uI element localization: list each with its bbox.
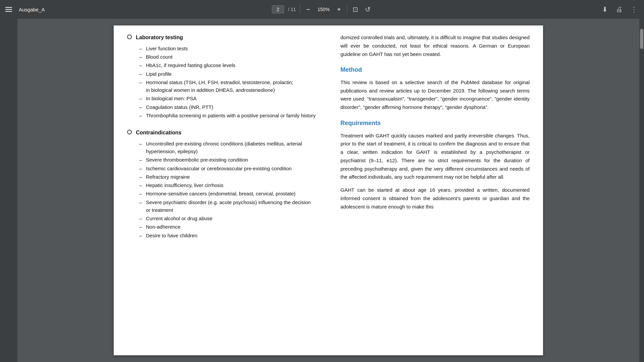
zoom-level: 150% <box>316 7 331 12</box>
lab-testing-title: Laboratory testing <box>136 34 183 42</box>
divider <box>300 5 300 14</box>
list-item: HbA1c, if required fasting glucose level… <box>139 61 316 69</box>
method-heading: Method <box>340 65 530 75</box>
list-item: Current alcohol or drug abuse <box>139 215 316 222</box>
section-header-contra: Contraindications <box>127 129 316 137</box>
zoom-in-button[interactable]: + <box>335 5 343 13</box>
list-item: Refractory migraine <box>139 173 316 181</box>
page-number-input[interactable] <box>272 5 284 13</box>
list-item: Severe thromboembolic pre-existing condi… <box>139 156 316 164</box>
document-viewer[interactable]: Laboratory testing Liver function tests … <box>17 19 639 362</box>
divider2 <box>347 5 347 14</box>
bullet-dot-lab <box>127 35 132 39</box>
list-item: Hepatic insufficiency, liver cirrhosis <box>139 181 316 189</box>
list-item: Hormone-sensitive cancers (endometrial, … <box>139 190 316 197</box>
menu-icon[interactable] <box>5 7 12 12</box>
bullet-dot-contra <box>127 130 132 134</box>
filename-label: Ausgabe_A <box>19 7 45 12</box>
method-text: This review is based on a selective sear… <box>340 78 530 112</box>
list-item: Hormonal status (TSH, LH, FSH, estradiol… <box>139 78 316 94</box>
requirements-heading: Requirements <box>340 118 530 128</box>
list-item: Desire to have children <box>139 232 316 239</box>
page: Laboratory testing Liver function tests … <box>114 25 543 355</box>
fit-page-button[interactable]: ⊡ <box>351 4 360 15</box>
print-button[interactable]: 🖨 <box>614 4 624 15</box>
section-header-lab: Laboratory testing <box>127 34 316 42</box>
list-item: Liver function tests <box>139 45 316 52</box>
list-item: Severe psychiatric disorder (e.g. acute … <box>139 198 316 214</box>
download-button[interactable]: ⬇ <box>601 4 609 15</box>
list-item: Uncontrolled pre-existing chronic condit… <box>139 140 316 156</box>
page-navigation: / 11 − 150% + ⊡ ↺ <box>272 4 372 15</box>
requirements-para2: GAHT can be started at about age 16 year… <box>340 186 530 211</box>
toolbar-actions: ⬇ 🖨 ⋮ <box>601 4 639 15</box>
scrollbar-thumb[interactable] <box>640 29 643 49</box>
intro-paragraph: domized controlled trials and, ultimatel… <box>340 34 530 58</box>
left-sidebar <box>0 19 17 362</box>
left-column: Laboratory testing Liver function tests … <box>114 25 328 355</box>
list-item: Ischemic cardiovascular or cerebrovascul… <box>139 165 316 172</box>
list-item: Lipid profile <box>139 70 316 78</box>
contraindications-list: Uncontrolled pre-existing chronic condit… <box>139 140 316 239</box>
laboratory-testing-section: Laboratory testing Liver function tests … <box>127 34 316 119</box>
list-item: Blood count <box>139 53 316 61</box>
rotate-button[interactable]: ↺ <box>364 4 372 15</box>
list-item: Non-adherence <box>139 223 316 231</box>
toolbar: Ausgabe_A / 11 − 150% + ⊡ ↺ ⬇ 🖨 ⋮ <box>0 0 644 19</box>
right-column: domized controlled trials and, ultimatel… <box>328 25 543 355</box>
list-item: In biological men: PSA <box>139 95 316 102</box>
requirements-para1: Treatment with GAHT quickly causes marke… <box>340 132 530 182</box>
right-scrollbar[interactable] <box>639 19 644 362</box>
list-item: Coagulation status (INR, PTT) <box>139 103 316 111</box>
contraindications-section: Contraindications Uncontrolled pre-exist… <box>127 129 316 239</box>
contraindications-title: Contraindications <box>136 129 181 137</box>
content-area: Laboratory testing Liver function tests … <box>0 19 644 362</box>
list-item: Thrombophilia screening in patients with… <box>139 112 316 119</box>
zoom-out-button[interactable]: − <box>304 5 312 13</box>
lab-testing-list: Liver function tests Blood count HbA1c, … <box>139 45 316 119</box>
more-options-button[interactable]: ⋮ <box>629 4 639 15</box>
page-separator: / 11 <box>288 7 296 12</box>
